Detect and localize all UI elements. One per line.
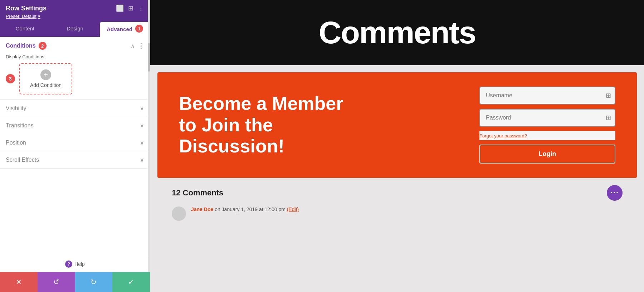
tab-advanced-label: Advanced (107, 26, 132, 32)
help-button[interactable]: ? Help (65, 261, 85, 268)
tab-design-label: Design (67, 25, 83, 31)
help-icon: ? (65, 261, 72, 268)
panel-body: Conditions 2 ∧ ⋮ Display Conditions 3 + … (0, 37, 150, 256)
position-section: Position ∨ (0, 134, 150, 151)
more-vert-icon[interactable]: ⋮ (138, 4, 144, 12)
add-condition-text: Add Condition (30, 82, 62, 88)
username-input-icon: ⊞ (606, 92, 611, 99)
visibility-section-header[interactable]: Visibility ∨ (6, 105, 144, 112)
panel-header: Row Settings ⬜ ⊞ ⋮ Preset: Default ▾ (0, 0, 150, 22)
preset-arrow: ▾ (38, 14, 40, 19)
columns-icon[interactable]: ⊞ (128, 4, 133, 12)
action-bar: ✕ ↺ ↻ ✓ (0, 272, 150, 292)
comments-count-row: 12 Comments ··· (172, 185, 623, 201)
forgot-password-link[interactable]: Forgot your password? (479, 132, 527, 139)
step-badge-3: 3 (6, 74, 15, 83)
position-chevron-icon[interactable]: ∨ (140, 139, 144, 146)
comments-hero: Comments (150, 0, 644, 65)
panel-preset: Preset: Default ▾ (6, 14, 144, 19)
visibility-title: Visibility (6, 105, 26, 112)
comments-count: 12 Comments (172, 188, 223, 198)
login-button[interactable]: Login (479, 145, 615, 164)
undo-icon: ↺ (53, 278, 59, 286)
tab-advanced[interactable]: Advanced 1 (100, 22, 150, 37)
password-input-wrap: ⊞ (479, 109, 615, 127)
scroll-effects-title: Scroll Effects (6, 157, 39, 163)
redo-icon: ↻ (91, 278, 97, 286)
password-input-icon: ⊞ (606, 114, 611, 122)
username-input[interactable] (479, 87, 615, 104)
panel-tabs: Content Design Advanced 1 (0, 22, 150, 37)
comment-edit-link[interactable]: (Edit) (287, 206, 299, 212)
display-conditions-label: Display Conditions (6, 54, 144, 59)
comments-section: 12 Comments ··· Jane Doe on January 1, 2… (150, 178, 644, 228)
save-icon: ✓ (128, 278, 134, 286)
comments-dots-icon: ··· (610, 188, 619, 198)
cancel-icon: ✕ (16, 278, 22, 286)
password-input[interactable] (479, 109, 615, 127)
comment-avatar (172, 206, 186, 221)
comments-menu-button[interactable]: ··· (607, 185, 623, 201)
conditions-section-header[interactable]: Conditions 2 ∧ ⋮ (6, 42, 144, 50)
save-button[interactable]: ✓ (112, 272, 150, 292)
conditions-content: Display Conditions 3 + Add Condition (6, 54, 144, 94)
panel-title: Row Settings (6, 5, 47, 12)
conditions-section: Conditions 2 ∧ ⋮ Display Conditions 3 + … (0, 37, 150, 100)
add-condition-area: 3 + Add Condition (6, 63, 144, 94)
add-condition-plus-icon: + (40, 69, 51, 80)
username-input-wrap: ⊞ (479, 87, 615, 104)
login-form: ⊞ ⊞ Forgot your password? Login (479, 87, 615, 164)
tab-advanced-badge: 1 (135, 25, 143, 33)
scroll-effects-section-header[interactable]: Scroll Effects ∨ (6, 156, 144, 163)
tab-content-label: Content (16, 25, 35, 31)
help-label: Help (74, 261, 85, 267)
comment-meta: Jane Doe on January 1, 2019 at 12:00 pm … (191, 206, 299, 212)
position-title: Position (6, 140, 26, 146)
conditions-title: Conditions (6, 43, 36, 49)
conditions-chevron-up-icon[interactable]: ∧ (131, 43, 135, 49)
cancel-button[interactable]: ✕ (0, 272, 38, 292)
comments-hero-title: Comments (319, 14, 476, 51)
scroll-effects-section: Scroll Effects ∨ (0, 151, 150, 169)
member-section: Become a Member to Join the Discussion! … (157, 72, 637, 178)
member-text: Become a Member to Join the Discussion! (179, 93, 358, 157)
redo-button[interactable]: ↻ (75, 272, 113, 292)
panel-scrollbar-thumb (148, 43, 150, 72)
transitions-section: Transitions ∨ (0, 117, 150, 134)
undo-button[interactable]: ↺ (38, 272, 75, 292)
position-section-header[interactable]: Position ∨ (6, 139, 144, 146)
tab-content[interactable]: Content (0, 22, 50, 37)
transitions-section-header[interactable]: Transitions ∨ (6, 122, 144, 129)
right-content: Comments Become a Member to Join the Dis… (150, 0, 644, 292)
conditions-badge: 2 (39, 42, 47, 50)
comment-row: Jane Doe on January 1, 2019 at 12:00 pm … (172, 206, 623, 221)
tab-design[interactable]: Design (50, 22, 100, 37)
panel-scrollbar (148, 0, 150, 272)
expand-icon[interactable]: ⬜ (116, 4, 124, 12)
add-condition-button[interactable]: + Add Condition (19, 63, 72, 94)
transitions-chevron-icon[interactable]: ∨ (140, 122, 144, 129)
preset-link[interactable]: Preset: Default (6, 14, 36, 19)
panel-footer: ? Help (0, 256, 150, 272)
visibility-section: Visibility ∨ (0, 100, 150, 117)
left-panel: Row Settings ⬜ ⊞ ⋮ Preset: Default ▾ Con… (0, 0, 150, 292)
transitions-title: Transitions (6, 122, 34, 129)
panel-header-icons: ⬜ ⊞ ⋮ (116, 4, 144, 12)
visibility-chevron-icon[interactable]: ∨ (140, 105, 144, 112)
conditions-more-icon[interactable]: ⋮ (138, 42, 144, 50)
comment-date: on January 1, 2019 at 12:00 pm (215, 206, 286, 212)
scroll-effects-chevron-icon[interactable]: ∨ (140, 156, 144, 163)
comment-author: Jane Doe (191, 206, 213, 212)
